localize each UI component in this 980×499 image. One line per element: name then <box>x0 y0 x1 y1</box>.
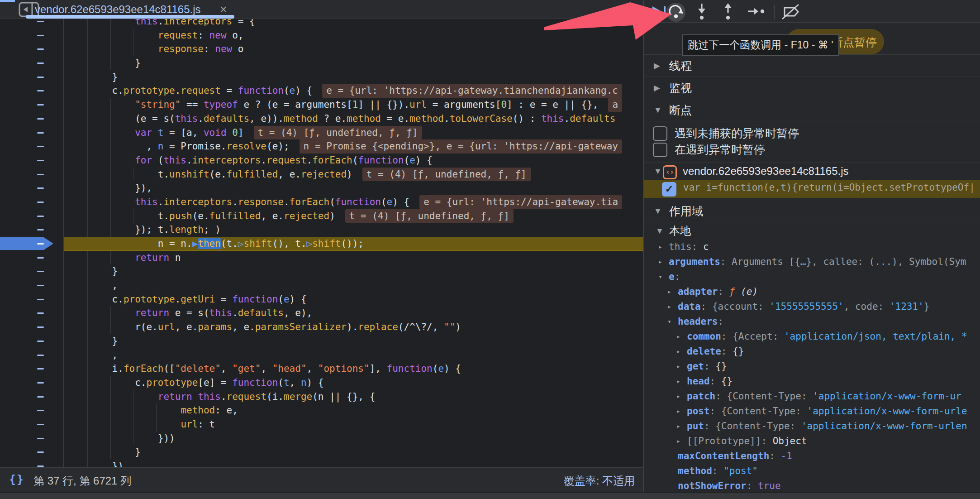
code-line[interactable]: c.prototype.request = function(e) {e = {… <box>0 84 643 98</box>
line-number-dash[interactable] <box>37 410 44 411</box>
scope-variable-prototype[interactable]: ▸[[Prototype]]: Object <box>644 434 980 449</box>
line-number-dash[interactable] <box>37 355 44 356</box>
line-number-dash[interactable] <box>37 62 44 64</box>
line-number-dash[interactable] <box>37 341 44 342</box>
line-number-dash[interactable] <box>37 48 44 50</box>
inline-step-marker-icon[interactable]: ▷ <box>307 238 313 249</box>
breakpoint-entry[interactable]: ✓ var i=function(e,t){return(i=Object.se… <box>644 180 980 198</box>
pause-uncaught-checkbox[interactable] <box>653 126 667 141</box>
scope-variable-delete[interactable]: ▸delete: {} <box>644 344 980 359</box>
line-number-dash[interactable] <box>37 160 44 161</box>
scope-variable-e[interactable]: ▾e: <box>644 269 980 284</box>
line-number-dash[interactable] <box>37 104 44 106</box>
line-number-dash[interactable] <box>37 285 44 286</box>
scope-variable-headers[interactable]: ▾headers: <box>644 314 980 329</box>
line-number-dash[interactable] <box>37 451 44 453</box>
code-line[interactable]: (e = s(this.defaults, e)).method ? e.met… <box>0 112 643 126</box>
inline-eval-preview: e = {url: 'https://api-gateway.tianchend… <box>322 84 622 98</box>
line-number-dash[interactable] <box>37 396 44 398</box>
breakpoint-file-group[interactable]: ▼ ‹› vendor.62e6593e93ee14c81165.js <box>644 163 980 180</box>
code-line[interactable]: c.prototype.getUri = function(e) { <box>0 293 643 307</box>
line-number-dash[interactable] <box>37 243 44 245</box>
line-number-dash[interactable] <box>37 90 44 91</box>
scope-variable-put[interactable]: ▸put: {Content-Type: 'application/x-www-… <box>644 419 980 434</box>
line-number-dash[interactable] <box>37 271 44 272</box>
paused-code-line[interactable]: n = n.▶then(t.▷shift(), t.▷shift()); <box>0 237 643 251</box>
scope-local-group[interactable]: ▼本地 <box>644 222 980 240</box>
scope-variable-patch[interactable]: ▸patch: {Content-Type: 'application/x-ww… <box>644 389 980 404</box>
scope-variable-arguments[interactable]: ▸arguments: Arguments [{…}, callee: (...… <box>644 254 980 269</box>
code-line[interactable]: i.forEach(["delete", "get", "head", "opt… <box>0 362 643 376</box>
code-line[interactable]: return e = s(this.defaults, e), <box>0 306 643 320</box>
code-line[interactable]: return n <box>0 251 643 265</box>
line-number-dash[interactable] <box>37 174 44 175</box>
code-line[interactable]: } <box>0 445 643 459</box>
code-line[interactable]: , <box>0 278 643 293</box>
line-number-dash[interactable] <box>37 257 44 259</box>
scope-variable-maxcontentlength[interactable]: maxContentLength: -1 <box>644 449 980 464</box>
pane-divider[interactable] <box>643 0 644 499</box>
pause-exceptions-row[interactable]: 在遇到异常时暂停 <box>644 141 980 158</box>
line-number-dash[interactable] <box>37 146 44 147</box>
code-line[interactable]: return this.request(i.merge(n || {}, { <box>0 390 643 404</box>
line-number-dash[interactable] <box>37 229 44 230</box>
scope-variable-post[interactable]: ▸post: {Content-Type: 'application/x-www… <box>644 404 980 419</box>
code-line[interactable]: c.prototype[e] = function(t, n) { <box>0 376 643 390</box>
code-line[interactable]: } <box>0 334 643 348</box>
section-breakpoints[interactable]: ▼断点 <box>644 99 980 121</box>
code-line[interactable]: url: t <box>0 417 643 432</box>
scope-variable-method[interactable]: method: "post" <box>644 464 980 479</box>
section-watch[interactable]: ▶监视 <box>644 77 980 99</box>
line-number-dash[interactable] <box>37 202 44 203</box>
section-threads[interactable]: ▶线程 <box>644 55 980 77</box>
code-line[interactable]: t.push(e.fulfilled, e.rejected)t = (4) [… <box>0 209 643 223</box>
code-line[interactable]: this.interceptors.response.forEach(funct… <box>0 195 643 209</box>
line-number-dash[interactable] <box>37 465 44 467</box>
line-number-dash[interactable] <box>37 368 44 369</box>
section-scope[interactable]: ▼作用域 <box>644 200 980 222</box>
line-number-dash[interactable] <box>37 118 44 120</box>
code-line[interactable]: t.unshift(e.fulfilled, e.rejected)t = (4… <box>0 168 643 182</box>
line-number-dash[interactable] <box>37 299 44 300</box>
line-number-dash[interactable] <box>37 21 44 22</box>
inline-step-marker-icon[interactable]: ▶ <box>192 238 198 249</box>
line-number-dash[interactable] <box>37 35 44 36</box>
code-line[interactable]: }); t.length; ) <box>0 223 643 237</box>
pause-exceptions-checkbox[interactable] <box>653 143 667 157</box>
coverage-status[interactable]: 覆盖率: 不适用 <box>564 474 635 488</box>
code-line[interactable]: r(e.url, e.params, e.paramsSerializer).r… <box>0 320 643 334</box>
code-line[interactable]: } <box>0 264 643 278</box>
code-line[interactable]: } <box>0 70 643 84</box>
code-line[interactable]: for (this.interceptors.request.forEach(f… <box>0 154 643 168</box>
scope-variable-adapter[interactable]: ▸adapter: ƒ (e) <box>644 284 980 299</box>
code-line[interactable]: "string" == typeof e ? (e = arguments[1]… <box>0 98 643 112</box>
line-number-dash[interactable] <box>37 438 44 439</box>
scope-variable-head[interactable]: ▸head: {} <box>644 374 980 389</box>
code-line[interactable]: })) <box>0 432 643 446</box>
line-number-dash[interactable] <box>37 187 44 189</box>
scope-variable-data[interactable]: ▸data: {account: '15555555555', code: '1… <box>644 299 980 314</box>
line-number-dash[interactable] <box>37 424 44 425</box>
scope-variable-common[interactable]: ▸common: {Accept: 'application/json, tex… <box>644 329 980 344</box>
breakpoint-checkbox[interactable]: ✓ <box>662 182 676 197</box>
inline-step-marker-icon[interactable]: ▷ <box>238 238 244 249</box>
scope-variable-notshowerror[interactable]: notShowError: true <box>644 479 980 494</box>
code-line[interactable]: , <box>0 348 643 362</box>
pause-uncaught-exceptions-row[interactable]: 遇到未捕获的异常时暂停 <box>644 125 980 141</box>
code-line[interactable]: request: new o, <box>0 29 643 43</box>
line-number-dash[interactable] <box>37 77 44 78</box>
code-line[interactable]: , n = Promise.resolve(e);n = Promise {<p… <box>0 139 643 154</box>
line-number-dash[interactable] <box>37 382 44 384</box>
line-number-dash[interactable] <box>37 312 44 314</box>
code-line[interactable]: } <box>0 56 643 70</box>
code-line[interactable]: }), <box>0 181 643 195</box>
line-number-dash[interactable] <box>37 132 44 134</box>
scope-variable-this[interactable]: ▸this: c <box>644 240 980 254</box>
line-number-dash[interactable] <box>37 216 44 217</box>
code-line[interactable]: response: new o <box>0 42 643 56</box>
code-line[interactable]: method: e, <box>0 403 643 417</box>
code-line[interactable]: var t = [a, void 0]t = (4) [ƒ, undefined… <box>0 126 643 140</box>
line-number-dash[interactable] <box>37 326 44 328</box>
pretty-print-icon[interactable]: {} <box>9 473 24 486</box>
scope-variable-get[interactable]: ▸get: {} <box>644 359 980 374</box>
